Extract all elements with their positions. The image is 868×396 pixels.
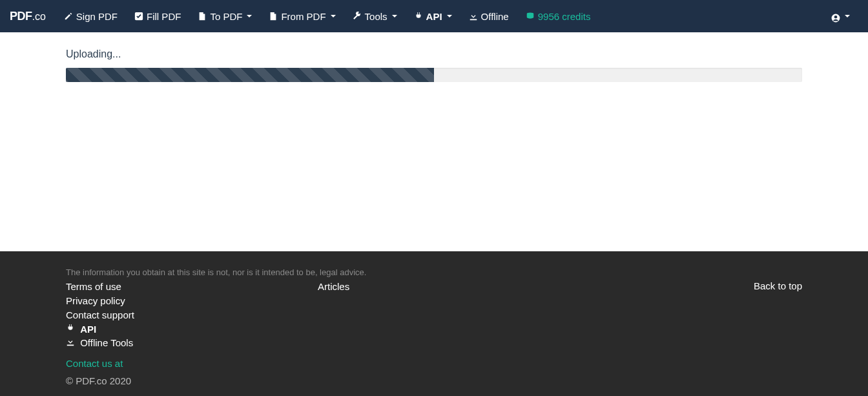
caret-down-icon (247, 15, 252, 17)
nav-items: Sign PDF Fill PDF To PDF From PDF Tools … (56, 2, 823, 31)
footer-api-link[interactable]: API (66, 322, 318, 337)
footer-copyright: © PDF.co 2020 (66, 375, 802, 386)
footer: The information you obtain at this site … (0, 251, 868, 396)
download-icon (469, 12, 478, 21)
nav-offline[interactable]: Offline (460, 2, 517, 31)
footer-disclaimer: The information you obtain at this site … (66, 267, 802, 277)
brand-part1: PDF (10, 10, 32, 23)
nav-label: Offline (481, 11, 509, 22)
nav-right (823, 3, 858, 30)
footer-columns: Terms of use Privacy policy Contact supp… (66, 280, 802, 350)
nav-label: To PDF (210, 11, 242, 22)
footer-terms-link[interactable]: Terms of use (66, 280, 318, 294)
nav-from-pdf[interactable]: From PDF (260, 2, 344, 31)
footer-privacy-link[interactable]: Privacy policy (66, 294, 318, 308)
footer-link-label: API (80, 324, 96, 335)
brand-part2: .co (32, 11, 46, 23)
svg-point-3 (834, 16, 838, 19)
caret-down-icon (845, 15, 850, 17)
nav-api[interactable]: API (406, 2, 460, 31)
nav-fill-pdf[interactable]: Fill PDF (126, 2, 189, 31)
footer-inner: The information you obtain at this site … (66, 267, 802, 386)
caret-down-icon (392, 15, 397, 17)
nav-label: Fill PDF (147, 11, 181, 22)
pencil-icon (64, 12, 73, 21)
upload-progress (66, 68, 802, 82)
nav-label: 9956 credits (538, 11, 591, 22)
file-icon (198, 12, 207, 21)
footer-link-label: Offline Tools (80, 337, 133, 348)
nav-sign-pdf[interactable]: Sign PDF (56, 2, 126, 31)
wrench-icon (353, 12, 362, 21)
file-icon (269, 12, 278, 21)
plug-icon (414, 12, 423, 21)
caret-down-icon (331, 15, 336, 17)
footer-col-1: Terms of use Privacy policy Contact supp… (66, 280, 318, 350)
download-icon (66, 337, 75, 346)
nav-label: Sign PDF (76, 11, 118, 22)
upload-progress-bar (66, 68, 434, 82)
nav-label: Tools (365, 11, 388, 22)
check-square-icon (134, 12, 143, 21)
brand-logo[interactable]: PDF.co (10, 10, 46, 23)
footer-offline-link[interactable]: Offline Tools (66, 336, 318, 350)
nav-credits[interactable]: 9956 credits (517, 2, 599, 31)
back-to-top-link[interactable]: Back to top (754, 280, 802, 291)
user-circle-icon (831, 12, 840, 21)
uploading-label: Uploading... (66, 48, 802, 60)
nav-tools[interactable]: Tools (344, 2, 406, 31)
nav-to-pdf[interactable]: To PDF (189, 2, 260, 31)
navbar: PDF.co Sign PDF Fill PDF To PDF From PDF… (0, 0, 868, 32)
nav-user-menu[interactable] (823, 3, 858, 30)
footer-articles-link[interactable]: Articles (318, 280, 570, 294)
caret-down-icon (447, 15, 452, 17)
footer-col-2: Articles (318, 280, 570, 350)
footer-support-link[interactable]: Contact support (66, 308, 318, 322)
plug-icon (66, 324, 75, 333)
footer-contact-us[interactable]: Contact us at (66, 358, 123, 369)
coins-icon (526, 12, 535, 21)
main-content: Uploading... (66, 32, 802, 251)
nav-label: API (426, 11, 442, 22)
nav-label: From PDF (281, 11, 326, 22)
